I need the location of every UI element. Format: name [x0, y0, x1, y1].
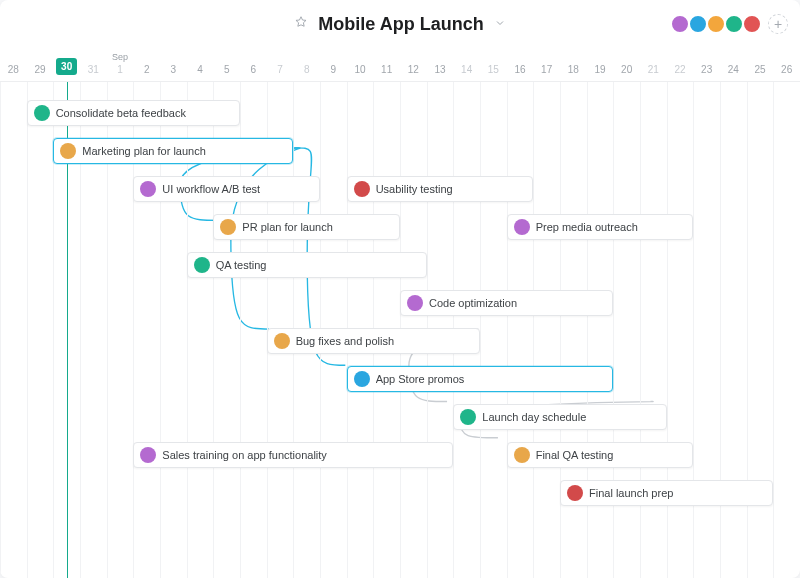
date-number: 4: [197, 64, 203, 75]
add-collaborator-button[interactable]: +: [768, 14, 788, 34]
assignee-avatar: [354, 371, 370, 387]
date-column: 25: [747, 48, 774, 81]
date-column: 15: [480, 48, 507, 81]
date-column: 9: [320, 48, 347, 81]
date-number: 23: [701, 64, 712, 75]
gridline: [27, 82, 28, 578]
task-label: Consolidate beta feedback: [56, 107, 186, 119]
month-label: Sep: [112, 52, 128, 62]
date-column: 21: [640, 48, 667, 81]
date-column: 20: [613, 48, 640, 81]
date-column: 28: [0, 48, 27, 81]
timeline-grid[interactable]: Consolidate beta feedbackMarketing plan …: [0, 82, 800, 578]
gridline: [533, 82, 534, 578]
date-column: 2: [133, 48, 160, 81]
gridline: [0, 82, 1, 578]
date-number: 29: [34, 64, 45, 75]
task-bar-qa-testing[interactable]: QA testing: [187, 252, 427, 278]
task-bar-marketing-plan[interactable]: Marketing plan for launch: [53, 138, 293, 164]
task-bar-prep-media[interactable]: Prep media outreach: [507, 214, 694, 240]
task-label: Usability testing: [376, 183, 453, 195]
date-number: 19: [594, 64, 605, 75]
assignee-avatar: [514, 447, 530, 463]
page-title: Mobile App Launch: [318, 14, 483, 35]
task-bar-launch-day[interactable]: Launch day schedule: [453, 404, 666, 430]
date-column: 24: [720, 48, 747, 81]
assignee-avatar: [514, 219, 530, 235]
task-bar-final-launch[interactable]: Final launch prep: [560, 480, 773, 506]
task-bar-app-store[interactable]: App Store promos: [347, 366, 614, 392]
task-bar-code-opt[interactable]: Code optimization: [400, 290, 613, 316]
task-bar-ui-ab-test[interactable]: UI workflow A/B test: [133, 176, 320, 202]
task-bar-pr-plan[interactable]: PR plan for launch: [213, 214, 400, 240]
assignee-avatar: [354, 181, 370, 197]
date-column: 3: [160, 48, 187, 81]
assignee-avatar: [460, 409, 476, 425]
date-column: 14: [453, 48, 480, 81]
date-number: 20: [621, 64, 632, 75]
date-number: 2: [144, 64, 150, 75]
task-label: Prep media outreach: [536, 221, 638, 233]
date-number: 25: [754, 64, 765, 75]
assignee-avatar: [60, 143, 76, 159]
date-column: 26: [773, 48, 800, 81]
date-number: 18: [568, 64, 579, 75]
avatar[interactable]: [670, 14, 690, 34]
chevron-down-icon[interactable]: [494, 15, 506, 33]
date-number: 8: [304, 64, 310, 75]
date-number: 13: [434, 64, 445, 75]
date-number: 6: [251, 64, 257, 75]
date-column: 18: [560, 48, 587, 81]
date-number: 17: [541, 64, 552, 75]
date-number: 30: [56, 58, 77, 75]
task-label: Marketing plan for launch: [82, 145, 206, 157]
date-number: 12: [408, 64, 419, 75]
date-column: 10: [347, 48, 374, 81]
task-label: PR plan for launch: [242, 221, 333, 233]
date-number: 16: [514, 64, 525, 75]
avatar[interactable]: [724, 14, 744, 34]
header: Mobile App Launch +: [0, 0, 800, 48]
date-column: 13: [427, 48, 454, 81]
date-column: 19: [587, 48, 614, 81]
date-column: 16: [507, 48, 534, 81]
assignee-avatar: [407, 295, 423, 311]
gridline: [480, 82, 481, 578]
task-label: QA testing: [216, 259, 267, 271]
avatar[interactable]: [688, 14, 708, 34]
date-number: 1: [117, 64, 123, 75]
date-number: 24: [728, 64, 739, 75]
date-column: 4: [187, 48, 214, 81]
date-number: 10: [354, 64, 365, 75]
star-icon[interactable]: [294, 15, 308, 33]
task-bar-sales-training[interactable]: Sales training on app functionality: [133, 442, 453, 468]
task-bar-bug-fixes[interactable]: Bug fixes and polish: [267, 328, 480, 354]
date-column: 23: [693, 48, 720, 81]
task-label: Final launch prep: [589, 487, 673, 499]
assignee-avatar: [140, 181, 156, 197]
assignee-avatar: [34, 105, 50, 121]
task-bar-usability-testing[interactable]: Usability testing: [347, 176, 534, 202]
date-number: 28: [8, 64, 19, 75]
date-column: 30: [53, 48, 80, 81]
task-label: Sales training on app functionality: [162, 449, 327, 461]
avatar[interactable]: [706, 14, 726, 34]
date-number: 21: [648, 64, 659, 75]
date-column: 8: [293, 48, 320, 81]
task-label: UI workflow A/B test: [162, 183, 260, 195]
assignee-avatar: [220, 219, 236, 235]
date-column: 12: [400, 48, 427, 81]
avatar[interactable]: [742, 14, 762, 34]
task-bar-final-qa[interactable]: Final QA testing: [507, 442, 694, 468]
timeline-dates: 282930311Sep2345678910111213141516171819…: [0, 48, 800, 82]
date-column: 5: [213, 48, 240, 81]
task-label: App Store promos: [376, 373, 465, 385]
date-column: 31: [80, 48, 107, 81]
date-column: 29: [27, 48, 54, 81]
date-number: 26: [781, 64, 792, 75]
date-number: 9: [331, 64, 337, 75]
date-number: 5: [224, 64, 230, 75]
task-bar-consolidate-beta[interactable]: Consolidate beta feedback: [27, 100, 240, 126]
date-number: 15: [488, 64, 499, 75]
task-label: Launch day schedule: [482, 411, 586, 423]
